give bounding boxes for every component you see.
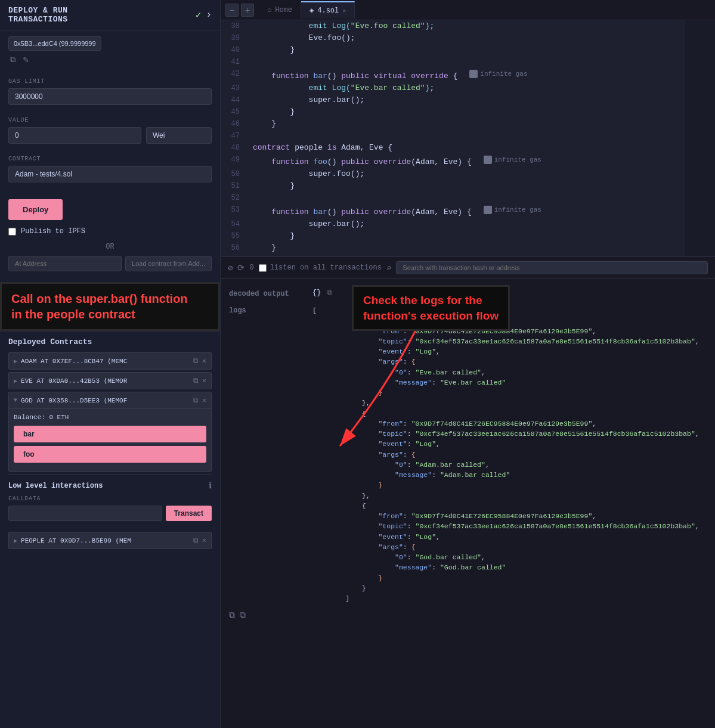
adam-expand-icon[interactable]: ▶ xyxy=(14,358,17,365)
line-num-41: 41 xyxy=(221,56,248,68)
home-tab-icon: ⌂ xyxy=(267,6,271,14)
deployed-contracts-section: Deployed Contracts ▶ ADAM AT 0X7EF...8CB… xyxy=(0,331,220,555)
eve-expand-icon[interactable]: ▶ xyxy=(14,377,17,385)
gas-icon-49 xyxy=(484,156,492,164)
value-input[interactable] xyxy=(8,127,141,144)
god-copy-icon[interactable]: ⧉ xyxy=(193,396,199,405)
transact-button[interactable]: Transact xyxy=(166,506,212,521)
eve-contract-label: EVE AT 0XDA0...42B53 (MEMOR xyxy=(21,377,127,385)
address-section: 0x5B3...eddC4 (99.9999999 ⧉ ✎ xyxy=(0,30,220,72)
god-contract-icons: ⧉ ✕ xyxy=(193,396,206,405)
filter-icon[interactable]: ⊘ xyxy=(228,263,233,273)
contract-label: CONTRACT xyxy=(8,156,212,162)
gas-input[interactable] xyxy=(8,88,212,105)
line-content-55: } xyxy=(248,230,715,242)
foo-function-button[interactable]: foo xyxy=(14,446,206,463)
logs-copy-icon-2[interactable]: ⧉ xyxy=(240,611,246,620)
line-num-38: 38 xyxy=(221,20,248,32)
line-num-46: 46 xyxy=(221,118,248,130)
code-line-44: 44 super.bar(); xyxy=(221,94,715,106)
gas-icon-42 xyxy=(469,70,478,78)
decoded-output-value: {} xyxy=(312,289,321,297)
line-num-43: 43 xyxy=(221,82,248,94)
line-num-54: 54 xyxy=(221,218,248,230)
copy-address-button[interactable]: ⧉ xyxy=(8,53,17,66)
history-icon[interactable]: ⟳ xyxy=(237,263,244,273)
listen-label: listen on all transactions xyxy=(270,264,382,272)
line-num-40: 40 xyxy=(221,44,248,56)
at-address-input[interactable] xyxy=(8,256,122,271)
load-contract-button[interactable]: Load contract from Add... xyxy=(125,256,212,271)
code-line-38: 38 emit Log("Eve.foo called"); xyxy=(221,20,715,32)
unit-select[interactable]: Wei Gwei Finney Ether xyxy=(146,127,212,144)
line-content-53: function bar() public override(Adam, Eve… xyxy=(248,204,715,218)
line-num-53: 53 xyxy=(221,204,248,216)
code-line-53: 53 function bar() public override(Adam, … xyxy=(221,204,715,218)
adam-copy-icon[interactable]: ⧉ xyxy=(193,357,199,365)
listen-checkbox-row: listen on all transactions xyxy=(259,264,382,272)
people-contract-label: PEOPLE AT 0X9D7...B5E99 (MEM xyxy=(21,537,131,544)
publish-checkbox[interactable] xyxy=(8,228,16,236)
tx-search-input[interactable] xyxy=(396,261,708,274)
god-close-icon[interactable]: ✕ xyxy=(202,396,206,405)
value-section: VALUE Wei Gwei Finney Ether xyxy=(0,111,220,150)
editor-minimap xyxy=(685,20,715,256)
code-editor: 38 emit Log("Eve.foo called"); 39 Eve.fo… xyxy=(221,20,715,256)
address-select[interactable]: 0x5B3...eddC4 (99.9999999 xyxy=(8,36,101,51)
line-content-38: emit Log("Eve.foo called"); xyxy=(248,20,715,32)
zoom-controls: − + xyxy=(225,4,254,17)
line-content-44: super.bar(); xyxy=(248,94,715,106)
deploy-button[interactable]: Deploy xyxy=(8,199,63,220)
decoded-copy-icon[interactable]: ⧉ xyxy=(327,289,332,297)
logs-json-content: [ { "from": "0x9D7f74d0C41E726EC95884E0e… xyxy=(312,305,699,603)
people-contract-left: ▶ PEOPLE AT 0X9D7...B5E99 (MEM xyxy=(14,537,131,544)
god-contract-label: GOD AT 0X358...D5EE3 (MEMOF xyxy=(21,397,127,404)
line-content-46: } xyxy=(248,118,715,130)
logs-content: [ { "from": "0x9D7f74d0C41E726EC95884E0e… xyxy=(312,305,699,603)
eve-close-icon[interactable]: ✕ xyxy=(202,376,206,385)
line-content-40: } xyxy=(248,44,715,56)
low-level-info-icon[interactable]: ℹ xyxy=(209,481,212,491)
eve-copy-icon[interactable]: ⧉ xyxy=(193,377,199,385)
logs-copy-icon-1[interactable]: ⧉ xyxy=(229,611,235,620)
line-content-43: emit Log("Eve.bar called"); xyxy=(248,82,715,94)
zoom-out-button[interactable]: − xyxy=(225,4,239,17)
edit-address-button[interactable]: ✎ xyxy=(21,53,31,66)
sol-tab-close[interactable]: ✕ xyxy=(342,7,346,14)
line-content-48: contract people is Adam, Eve { xyxy=(248,142,715,154)
people-close-icon[interactable]: ✕ xyxy=(202,536,206,545)
line-content-51: } xyxy=(248,180,715,192)
infinite-gas-badge-42: infinite gas xyxy=(469,68,527,80)
people-contract-icons: ⧉ ✕ xyxy=(193,536,206,545)
zoom-in-button[interactable]: + xyxy=(241,4,254,17)
people-copy-icon[interactable]: ⧉ xyxy=(193,537,199,545)
value-row: Wei Gwei Finney Ether xyxy=(8,127,212,144)
people-expand-icon[interactable]: ▶ xyxy=(14,537,17,544)
god-expand-icon[interactable]: ▼ xyxy=(14,397,17,404)
low-level-header: Low level interactions ℹ xyxy=(8,481,212,491)
adam-contract-row: ▶ ADAM AT 0X7EF...8CB47 (MEMC ⧉ ✕ xyxy=(8,352,212,370)
sol-tab[interactable]: ◈ 4.sol ✕ xyxy=(301,1,355,18)
code-line-39: 39 Eve.foo(); xyxy=(221,32,715,44)
eve-contract-left: ▶ EVE AT 0XDA0...42B53 (MEMOR xyxy=(14,377,127,385)
bar-function-button[interactable]: bar xyxy=(14,426,206,442)
code-line-42: 42 function bar() public virtual overrid… xyxy=(221,68,715,82)
transaction-bar: ⊘ ⟳ 0 listen on all transactions ⌕ xyxy=(221,256,715,279)
calldata-input[interactable] xyxy=(8,506,162,521)
line-num-39: 39 xyxy=(221,32,248,44)
code-editor-area: − + ⌂ Home ◈ 4.sol ✕ 38 emit Log("Eve.fo… xyxy=(221,0,715,256)
code-line-52: 52 xyxy=(221,192,715,204)
contract-section: CONTRACT Adam - tests/4.sol xyxy=(0,150,220,188)
line-content-56: } xyxy=(248,242,715,254)
home-tab-label: Home xyxy=(275,6,292,14)
home-tab[interactable]: ⌂ Home xyxy=(259,2,301,18)
code-line-46: 46 } xyxy=(221,118,715,130)
listen-checkbox[interactable] xyxy=(259,264,267,272)
code-line-47: 47 xyxy=(221,130,715,142)
annotation-call-superbar: Call on the super.bar() functionin the p… xyxy=(0,282,220,331)
code-line-54: 54 super.bar(); xyxy=(221,218,715,230)
sol-tab-label: 4.sol xyxy=(317,7,339,15)
adam-close-icon[interactable]: ✕ xyxy=(202,357,206,365)
forward-icon[interactable]: › xyxy=(206,10,212,20)
contract-select[interactable]: Adam - tests/4.sol xyxy=(8,166,212,182)
